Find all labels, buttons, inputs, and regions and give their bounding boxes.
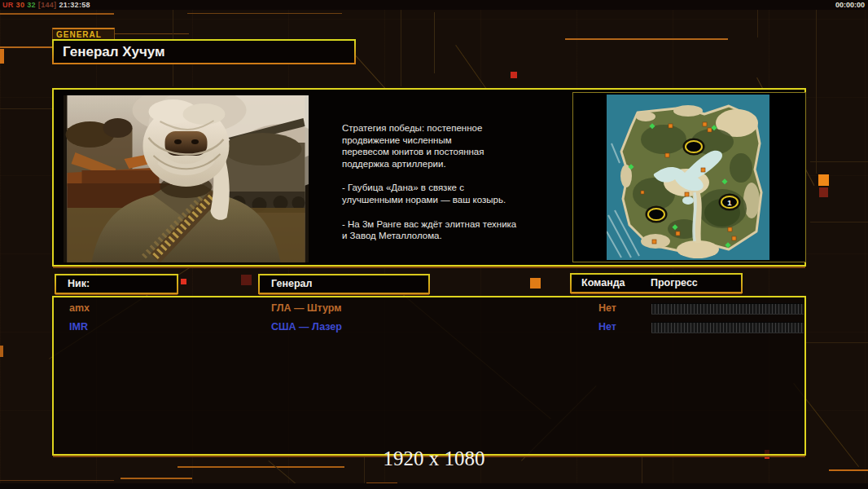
- briefing-paragraph: Стратегия победы: постепенное продвижени…: [342, 122, 574, 170]
- strategy-briefing: Стратегия победы: постепенное продвижени…: [342, 122, 574, 254]
- circuit-decor: [187, 13, 342, 14]
- circuit-decor: [819, 187, 828, 197]
- general-info-panel: Стратегия победы: постепенное продвижени…: [52, 88, 806, 267]
- circuit-decor: [121, 478, 192, 479]
- player-team: Нет: [598, 302, 616, 314]
- column-header-general: Генерал: [258, 274, 430, 294]
- latency-counter: 32: [27, 1, 36, 9]
- general-name: Генерал Хучум: [63, 44, 165, 59]
- tab-general: GENERAL: [52, 28, 115, 39]
- briefing-paragraph: - Гаубица «Дана» в связке с улучшенными …: [342, 182, 574, 205]
- top-black-bar: [0, 0, 868, 10]
- column-header-progress: Прогресс: [651, 275, 698, 292]
- circuit-decor: [0, 346, 3, 357]
- circuit-decor: [181, 279, 186, 284]
- map-preview-panel: 1: [572, 92, 806, 262]
- circuit-decor: [0, 13, 114, 15]
- circuit-decor: [816, 7, 817, 174]
- game-timer: 00:00:00: [835, 1, 865, 9]
- resolution-label: 1920 x 1080: [0, 447, 868, 470]
- game-lobby-screen: UR3032[144]21:32:58 00:00:00 GENERAL Ген…: [0, 0, 868, 489]
- start-position-1-label: 1: [727, 198, 732, 207]
- player-team: Нет: [598, 321, 616, 333]
- circuit-decor: [818, 174, 829, 186]
- player-nick: IMR: [69, 321, 88, 333]
- circuit-decor: [434, 12, 435, 73]
- player-list-panel: amx ГЛА — Штурм Нет IMR США — Лазер Нет: [52, 296, 806, 456]
- circuit-decor: [0, 49, 4, 64]
- player-nick: amx: [69, 302, 90, 314]
- circuit-decor: [0, 108, 52, 109]
- column-header-team: Команда: [581, 277, 625, 289]
- briefing-paragraph: - На 3м Ранге вас ждёт элитная техника и…: [342, 218, 574, 242]
- fps-counter: 30: [16, 1, 25, 9]
- debug-overlay: UR3032[144]21:32:58: [2, 1, 93, 9]
- debug-clock: 21:32:58: [59, 1, 90, 9]
- player-progress-bar: [651, 303, 804, 315]
- player-general: ГЛА — Штурм: [271, 302, 342, 314]
- player-row: IMR США — Лазер Нет: [54, 319, 804, 337]
- player-progress-bar: [651, 322, 804, 333]
- bottom-black-bar: [0, 483, 868, 489]
- circuit-decor: [0, 480, 114, 481]
- circuit-decor: [511, 72, 517, 78]
- circuit-decor: [810, 161, 868, 162]
- circuit-decor: [806, 342, 868, 343]
- player-general: США — Лазер: [271, 321, 342, 333]
- circuit-decor: [810, 222, 868, 222]
- map-preview-image: 1: [607, 95, 769, 260]
- circuit-decor: [241, 275, 252, 285]
- circuit-decor: [401, 0, 401, 86]
- frame-counter: [144]: [38, 1, 57, 9]
- column-header-team-progress: Команда Прогресс: [570, 273, 743, 293]
- circuit-decor: [565, 38, 728, 40]
- general-title-box: Генерал Хучум: [52, 39, 356, 64]
- circuit-decor: [530, 278, 541, 289]
- column-header-nick: Ник:: [55, 274, 178, 294]
- general-portrait: [64, 95, 309, 262]
- debug-label: UR: [2, 1, 14, 9]
- player-row: amx ГЛА — Штурм Нет: [54, 300, 804, 318]
